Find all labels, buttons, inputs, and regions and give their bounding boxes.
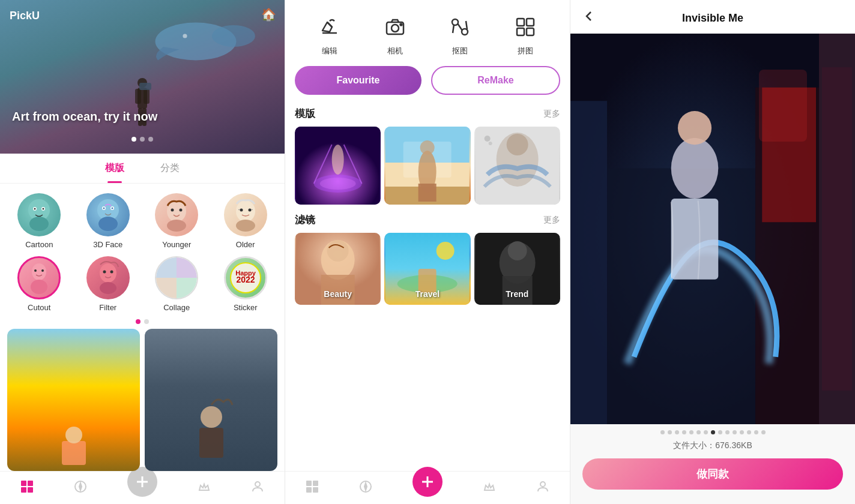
p3-dot-6[interactable] (696, 430, 701, 434)
image-dots (570, 424, 855, 438)
collage-label: 拼图 (518, 46, 533, 56)
svg-rect-9 (139, 83, 151, 90)
svg-point-35 (103, 271, 106, 274)
filter-travel[interactable]: Travel (384, 233, 470, 305)
filter-beauty[interactable]: Beauty (295, 233, 381, 305)
template-card-purple[interactable] (295, 127, 381, 205)
filter-section-title: 滤镜 (295, 213, 315, 227)
app-name: PickU (10, 10, 40, 22)
tab-category[interactable]: 分类 (160, 162, 180, 178)
p3-dot-10[interactable] (725, 430, 730, 434)
p3-dot-1[interactable] (660, 430, 665, 434)
svg-line-63 (466, 21, 467, 29)
svg-point-37 (100, 282, 116, 294)
detail-header: Invisible Me (570, 0, 855, 34)
nav-profile[interactable] (250, 479, 265, 494)
feature-filter[interactable]: Filter (76, 256, 140, 312)
svg-point-36 (110, 271, 113, 274)
page-dot-1[interactable] (136, 319, 140, 324)
feature-younger[interactable]: Younger (145, 193, 209, 249)
make-same-button[interactable]: 做同款 (582, 458, 843, 490)
tab-template[interactable]: 模版 (105, 162, 124, 178)
filter-trend[interactable]: Trend (474, 233, 560, 305)
filter-more-link[interactable]: 更多 (543, 215, 560, 226)
p3-dot-5[interactable] (689, 430, 693, 434)
feature-3dface[interactable]: 3D Face (76, 193, 140, 249)
svg-line-61 (458, 23, 462, 31)
p3-dot-8[interactable] (711, 430, 715, 434)
avatar-older (224, 193, 267, 236)
svg-point-73 (332, 145, 344, 175)
feature-cutout[interactable]: Cutout (7, 256, 71, 312)
p3-dot-9[interactable] (718, 430, 722, 434)
hero-banner[interactable]: PickU 🏠 Art from ocean, try it now (0, 0, 285, 154)
bottom-image-india[interactable] (7, 329, 140, 471)
nav2-crown[interactable] (482, 479, 497, 494)
hero-dots (131, 137, 153, 142)
younger-label: Younger (162, 240, 191, 249)
p3-dot-11[interactable] (733, 430, 737, 434)
remake-button[interactable]: ReMake (431, 66, 560, 95)
feature-collage[interactable]: Collage (145, 256, 209, 312)
svg-point-29 (236, 220, 255, 232)
p3-dot-15[interactable] (761, 430, 766, 434)
nav2-profile[interactable] (536, 479, 550, 494)
svg-rect-64 (517, 19, 524, 26)
nav2-home[interactable] (305, 479, 319, 494)
bottom-nav-panel1 (0, 471, 285, 504)
feature-sticker[interactable]: Happy 2022 Sticker (214, 256, 278, 312)
svg-rect-6 (144, 89, 150, 104)
svg-rect-48 (28, 487, 33, 493)
template-card-travel[interactable] (384, 127, 470, 205)
svg-point-58 (400, 24, 402, 26)
file-size: 文件大小：676.36KB (570, 438, 855, 458)
tool-cutout[interactable]: 抠图 (445, 12, 475, 56)
hero-person (124, 76, 160, 136)
beauty-label: Beauty (295, 289, 381, 299)
p3-dot-12[interactable] (740, 430, 744, 434)
nav2-compass[interactable] (358, 479, 373, 494)
svg-point-24 (180, 209, 183, 212)
main-image[interactable] (570, 34, 819, 424)
hero-dot-2[interactable] (140, 137, 145, 142)
svg-line-54 (327, 22, 332, 27)
p3-dot-14[interactable] (754, 430, 758, 434)
svg-point-28 (248, 209, 251, 212)
p3-dot-7[interactable] (704, 430, 708, 434)
feature-cartoon[interactable]: Cartoon (7, 193, 71, 249)
nav-home[interactable] (20, 479, 34, 494)
svg-rect-109 (570, 101, 607, 424)
bottom-image-man[interactable] (145, 329, 277, 471)
hero-dot-1[interactable] (131, 137, 136, 142)
p3-dot-3[interactable] (675, 430, 679, 434)
page-dot-2[interactable] (144, 319, 149, 324)
favourite-button[interactable]: Favourite (295, 66, 421, 95)
hero-dot-3[interactable] (148, 137, 153, 142)
tool-camera[interactable]: 相机 (380, 12, 410, 56)
template-row (285, 123, 570, 208)
tool-collage[interactable]: 拼图 (510, 12, 540, 56)
feature-older[interactable]: Older (214, 193, 278, 249)
template-card-art[interactable] (474, 127, 560, 205)
svg-marker-103 (364, 483, 367, 490)
p3-dot-2[interactable] (668, 430, 672, 434)
svg-rect-117 (822, 67, 852, 391)
back-button[interactable] (582, 10, 602, 26)
svg-point-2 (183, 34, 187, 38)
avatar-younger (155, 193, 198, 236)
template-more-link[interactable]: 更多 (543, 109, 560, 119)
edit-icon (315, 12, 345, 42)
avatar-sticker: Happy 2022 (224, 256, 267, 299)
hero-title: Art from ocean, try it now (12, 110, 157, 124)
home-icon[interactable]: 🏠 (261, 7, 276, 22)
nav2-add-button[interactable] (412, 467, 443, 497)
svg-rect-101 (313, 487, 318, 493)
nav-crown[interactable] (197, 479, 211, 494)
p3-dot-13[interactable] (747, 430, 751, 434)
tool-edit[interactable]: 编辑 (315, 12, 345, 56)
nav-compass[interactable] (73, 479, 88, 494)
nav-add-button[interactable] (127, 467, 157, 497)
side-image (819, 34, 855, 424)
p3-dot-4[interactable] (682, 430, 686, 434)
svg-point-27 (240, 209, 243, 212)
